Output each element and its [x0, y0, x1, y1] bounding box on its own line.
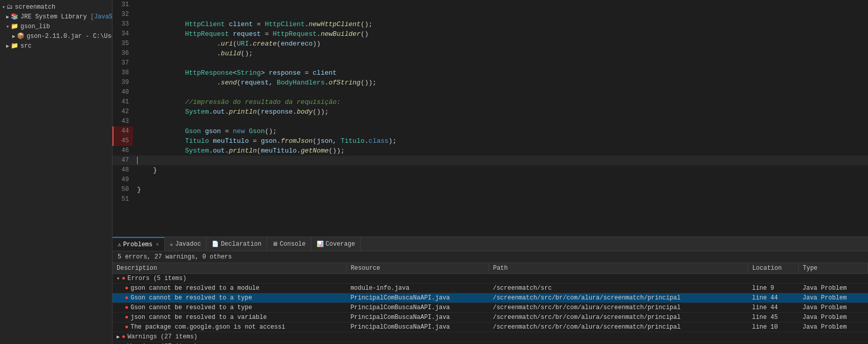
- line-content-33: HttpClient client = HttpClient.newHttpCl…: [133, 19, 372, 29]
- line-num-43: 43: [113, 117, 133, 126]
- problem-path: /screenmatch/src/br/com/alura/screenmatc…: [488, 303, 748, 313]
- code-line-34: 34 HttpRequest request = HttpRequest.new…: [113, 29, 868, 39]
- line-content-51: [133, 195, 141, 204]
- problem-resource: PrincipalComBuscaNaAPI.java: [346, 322, 488, 332]
- line-num-45: 45: [113, 136, 133, 146]
- bottom-panel: ⚠ Problems × ☕ Javadoc 📄 Declaration 🖥 C…: [113, 236, 868, 344]
- line-num-34: 34: [113, 29, 133, 39]
- code-line-44: 44 Gson gson = new Gson();: [113, 126, 868, 136]
- line-num-51: 51: [113, 195, 133, 204]
- col-path[interactable]: Path: [488, 263, 748, 274]
- code-line-45: 45 Titulo meuTitulo = gson.fromJson(json…: [113, 136, 868, 146]
- problem-path: /screenmatch/src/br/com/alura/screenmatc…: [488, 293, 748, 303]
- line-content-34: HttpRequest request = HttpRequest.newBui…: [133, 29, 369, 39]
- tab-javadoc[interactable]: ☕ Javadoc: [165, 237, 207, 251]
- line-num-41: 41: [113, 97, 133, 107]
- line-content-44: Gson gson = new Gson();: [133, 126, 277, 136]
- line-num-40: 40: [113, 88, 133, 97]
- problem-resource: PrincipalComBuscaNaAPI.java: [346, 313, 488, 322]
- problems-warnings-group-row[interactable]: ▶▲Warnings (27 items): [113, 342, 868, 345]
- sidebar-item-project[interactable]: ▾ 🗂 screenmatch: [0, 2, 112, 12]
- code-line-33: 33 HttpClient client = HttpClient.newHtt…: [113, 19, 868, 29]
- code-line-43: 43: [113, 117, 868, 126]
- line-content-37: [133, 58, 141, 68]
- src-icon: 📁: [11, 42, 18, 50]
- table-row[interactable]: ●The package com.google.gson is not acce…: [113, 322, 868, 332]
- gsonlib-icon: 📁: [11, 23, 18, 30]
- code-line-50: 50 }: [113, 185, 868, 195]
- problem-description: ●Gson cannot be resolved to a type: [113, 303, 346, 313]
- line-num-46: 46: [113, 146, 133, 156]
- tab-declaration[interactable]: 📄 Declaration: [207, 237, 267, 251]
- sidebar-item-src[interactable]: ▶ 📁 src: [0, 41, 112, 51]
- problem-resource: PrincipalComBuscaNaAPI.java: [346, 303, 488, 313]
- problem-description: ●Gson cannot be resolved to a type: [113, 293, 346, 303]
- line-content-45: Titulo meuTitulo = gson.fromJson(json, T…: [133, 136, 396, 146]
- line-num-50: 50: [113, 185, 133, 195]
- problems-close-icon[interactable]: ×: [155, 242, 159, 248]
- expand-icon-src: ▶: [6, 43, 9, 49]
- col-description[interactable]: Description: [113, 263, 346, 274]
- problem-type: Java Problem: [798, 303, 867, 313]
- code-line-35: 35 .uri(URI.create(endereco)): [113, 39, 868, 49]
- problems-group-row[interactable]: ▶●Warnings (27 items): [113, 332, 868, 342]
- line-content-41: //impressão do resultado da requisição:: [133, 97, 341, 107]
- expand-icon-gsonlib: ▾: [6, 24, 9, 30]
- sidebar-item-jre[interactable]: ▶ 📚 JRE System Library [JavaSE-17]: [0, 12, 112, 22]
- line-num-44: 44: [113, 126, 133, 136]
- coverage-tab-icon: 📊: [317, 241, 324, 247]
- table-row[interactable]: ●Gson cannot be resolved to a typePrinci…: [113, 293, 868, 303]
- col-type[interactable]: Type: [798, 263, 867, 274]
- problems-group-row[interactable]: ▾●Errors (5 items): [113, 274, 868, 284]
- code-line-51: 51: [113, 195, 868, 204]
- col-location[interactable]: Location: [748, 263, 798, 274]
- table-row[interactable]: ●json cannot be resolved to a variablePr…: [113, 313, 868, 322]
- code-line-38: 38 HttpResponse<String> response = clien…: [113, 68, 868, 78]
- problem-type: Java Problem: [798, 313, 867, 322]
- problem-resource: PrincipalComBuscaNaAPI.java: [346, 293, 488, 303]
- expand-icon-gsonjar: ▶: [12, 33, 15, 39]
- sidebar-item-gsonlib[interactable]: ▾ 📁 gson_lib: [0, 22, 112, 31]
- tab-declaration-label: Declaration: [221, 241, 261, 248]
- sidebar-item-gsonjar[interactable]: ▶ 📦 gson-2.11.0.jar - C:\Users\unifei\Do…: [0, 31, 112, 41]
- col-resource[interactable]: Resource: [346, 263, 488, 274]
- problem-description: ●gson cannot be resolved to a module: [113, 284, 346, 293]
- line-content-35: .uri(URI.create(endereco)): [133, 39, 321, 49]
- code-area: 31 32 33 HttpClient client = HttpClient.…: [113, 0, 868, 232]
- problem-path: /screenmatch/src/br/com/alura/screenmatc…: [488, 322, 748, 332]
- tab-console-label: Console: [280, 241, 305, 248]
- expand-icon: ▾: [2, 4, 5, 10]
- code-line-37: 37: [113, 58, 868, 68]
- sidebar-gsonjar-label: gson-2.11.0.jar - C:\Users\unifei\Downlo…: [27, 33, 113, 40]
- line-content-48: }: [133, 165, 157, 175]
- line-content-32: [133, 10, 141, 19]
- line-content-43: [133, 117, 141, 126]
- line-num-42: 42: [113, 107, 133, 117]
- console-tab-icon: 🖥: [272, 241, 278, 247]
- problem-type: Java Problem: [798, 322, 867, 332]
- problem-path: /screenmatch/src: [488, 284, 748, 293]
- line-content-42: System.out.println(response.body());: [133, 107, 329, 117]
- line-num-48: 48: [113, 165, 133, 175]
- table-row[interactable]: ●gson cannot be resolved to a modulemodu…: [113, 284, 868, 293]
- problem-description: ●json cannot be resolved to a variable: [113, 313, 346, 322]
- table-row[interactable]: ●Gson cannot be resolved to a typePrinci…: [113, 303, 868, 313]
- code-line-31: 31: [113, 0, 868, 10]
- problem-type: Java Problem: [798, 284, 867, 293]
- tab-bar: ⚠ Problems × ☕ Javadoc 📄 Declaration 🖥 C…: [113, 237, 868, 251]
- line-num-47: 47: [113, 156, 133, 165]
- line-num-38: 38: [113, 68, 133, 78]
- tab-console[interactable]: 🖥 Console: [267, 237, 311, 251]
- line-num-33: 33: [113, 19, 133, 29]
- line-content-38: HttpResponse<String> response = client: [133, 68, 337, 78]
- line-content-36: .build();: [133, 49, 253, 58]
- line-content-31: [133, 0, 141, 10]
- tab-coverage[interactable]: 📊 Coverage: [311, 237, 361, 251]
- tab-coverage-label: Coverage: [326, 241, 355, 248]
- code-line-48: 48 }: [113, 165, 868, 175]
- line-content-47: [133, 156, 138, 165]
- code-editor[interactable]: 31 32 33 HttpClient client = HttpClient.…: [113, 0, 868, 236]
- problems-panel-content: 5 errors, 27 warnings, 0 others Descript…: [113, 251, 868, 344]
- tab-problems[interactable]: ⚠ Problems ×: [113, 237, 165, 251]
- line-num-32: 32: [113, 10, 133, 19]
